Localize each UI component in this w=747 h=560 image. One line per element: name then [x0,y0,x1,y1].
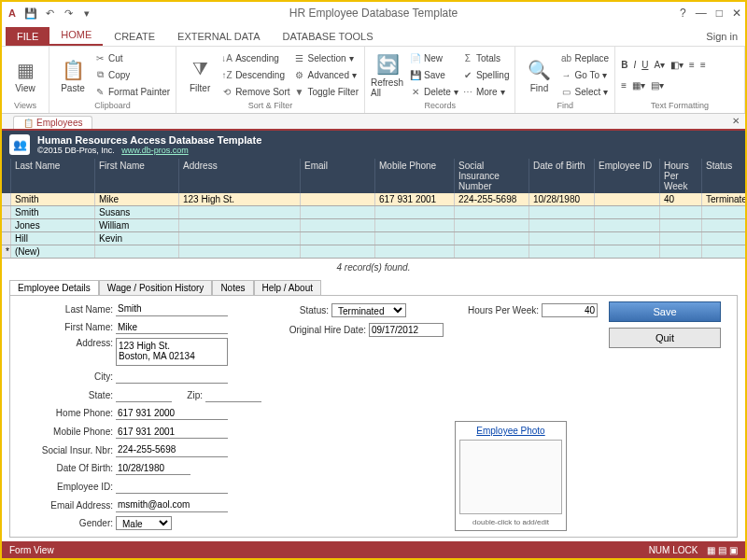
table-cell[interactable]: William [95,219,179,231]
table-row[interactable]: JonesWilliam [2,219,745,232]
bold-button[interactable]: B [621,57,627,72]
input-state[interactable] [116,388,172,402]
fill-color-button[interactable]: ◧▾ [670,57,684,72]
ascending-button[interactable]: ↓AAscending [221,50,289,65]
table-cell[interactable]: 224-255-5698 [455,193,529,205]
selection-button[interactable]: ☰Selection▾ [294,50,359,65]
input-dob[interactable] [116,461,190,475]
input-email[interactable] [116,498,228,512]
table-cell[interactable] [529,219,595,231]
format-painter-button[interactable]: ✎Format Painter [94,84,170,99]
photo-frame[interactable] [459,440,562,514]
more-button[interactable]: ⋯More▾ [462,84,510,99]
table-cell[interactable] [529,206,595,218]
table-cell[interactable]: Kevin [95,232,179,245]
copy-button[interactable]: ⧉Copy [94,67,170,82]
table-cell[interactable] [301,219,375,231]
table-cell[interactable] [702,232,747,245]
table-cell[interactable]: Smith [11,193,95,205]
tab-home[interactable]: HOME [49,25,103,46]
quit-button[interactable]: Quit [609,328,721,348]
table-cell[interactable] [455,245,529,258]
table-cell[interactable]: * [2,245,11,258]
table-cell[interactable] [595,206,660,218]
table-cell[interactable]: (New) [11,245,95,258]
table-cell[interactable] [2,232,11,245]
table-cell[interactable]: 40 [660,193,702,205]
table-cell[interactable] [179,219,301,231]
input-sin[interactable] [116,443,228,457]
dtab-help-about[interactable]: Help / About [254,280,321,295]
table-cell[interactable] [660,219,702,231]
filter-button[interactable]: ⧩Filter [182,49,218,101]
table-cell[interactable] [2,219,11,231]
table-cell[interactable] [301,193,375,205]
close-tab-icon[interactable]: ✕ [732,116,740,126]
table-cell[interactable] [455,232,529,245]
col-status[interactable]: Status [702,159,747,193]
select-status[interactable]: Terminated [331,303,406,317]
close-icon[interactable]: ✕ [732,7,741,20]
table-cell[interactable] [702,219,747,231]
paste-button[interactable]: 📋Paste [55,49,91,101]
vendor-url-link[interactable]: www.db-pros.com [121,146,189,155]
table-cell[interactable]: Smith [11,206,95,218]
table-cell[interactable]: 617 931 2001 [375,193,455,205]
goto-button[interactable]: →Go To▾ [560,67,609,82]
table-cell[interactable] [375,219,455,231]
save-button[interactable]: Save [609,301,721,322]
input-homephone[interactable] [116,406,228,420]
table-row[interactable]: *(New) [2,245,745,259]
table-cell[interactable] [595,232,660,245]
align-left-button[interactable]: ≡ [689,57,695,72]
sign-in-link[interactable]: Sign in [698,27,745,46]
input-mobilephone[interactable] [116,425,228,439]
font-color-button[interactable]: A▾ [654,57,665,72]
undo-icon[interactable]: ↶ [43,7,56,20]
table-cell[interactable] [595,219,660,231]
col-dob[interactable]: Date of Birth [529,159,595,193]
table-cell[interactable]: 123 High St. [179,193,301,205]
table-cell[interactable] [2,193,11,205]
alt-row-color-button[interactable]: ▤▾ [651,77,664,92]
table-cell[interactable]: 10/28/1980 [529,193,595,205]
new-record-button[interactable]: 📄New [410,50,458,65]
table-cell[interactable] [660,206,702,218]
redo-icon[interactable]: ↷ [62,7,75,20]
input-zip[interactable] [205,388,261,402]
table-cell[interactable]: Terminated [702,193,747,205]
dtab-employee-details[interactable]: Employee Details [9,280,99,295]
table-cell[interactable] [595,245,660,258]
input-hpw[interactable] [542,303,598,317]
table-cell[interactable] [301,206,375,218]
help-icon[interactable]: ? [680,7,686,20]
spelling-button[interactable]: ✔Spelling [462,67,510,82]
input-hiredate[interactable] [369,323,444,337]
table-cell[interactable] [375,232,455,245]
table-cell[interactable] [375,206,455,218]
tab-external-data[interactable]: EXTERNAL DATA [166,27,271,46]
table-cell[interactable] [2,206,11,218]
table-cell[interactable]: Susans [95,206,179,218]
table-cell[interactable] [595,193,660,205]
delete-button[interactable]: ✕Delete▾ [410,84,458,99]
descending-button[interactable]: ↑ZDescending [221,67,289,82]
align-right-button[interactable]: ≡ [621,77,627,92]
input-empid[interactable] [116,480,228,494]
table-cell[interactable] [702,206,747,218]
select-gender[interactable]: Male [116,516,172,530]
table-cell[interactable] [179,245,301,258]
col-email[interactable]: Email [301,159,375,193]
table-cell[interactable]: Hill [11,232,95,245]
save-record-button[interactable]: 💾Save [410,67,458,82]
view-selector-icon[interactable]: ▦ ▤ ▣ [707,545,738,555]
tab-database-tools[interactable]: DATABASE TOOLS [271,27,384,46]
table-cell[interactable] [529,245,595,258]
input-address[interactable]: 123 High St. Boston, MA 02134 [116,338,228,366]
input-city[interactable] [116,370,228,384]
save-icon[interactable]: 💾 [24,7,37,20]
input-firstname[interactable] [116,320,228,334]
tab-create[interactable]: CREATE [103,27,166,46]
col-lastname[interactable]: Last Name [11,159,95,193]
totals-button[interactable]: ΣTotals [462,50,510,65]
